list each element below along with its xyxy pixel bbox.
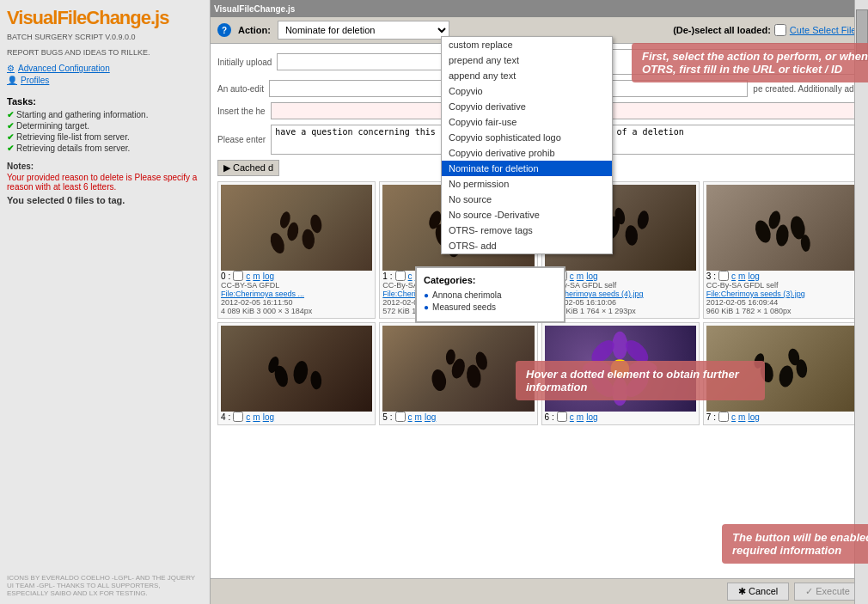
image-placeholder-0 <box>221 185 372 271</box>
image-m-link-3[interactable]: m <box>738 271 745 281</box>
svg-point-2 <box>301 229 315 250</box>
image-checkbox-5[interactable] <box>395 412 406 422</box>
logo-text: VisualFileChange.js <box>7 7 168 28</box>
auto-edit-suffix: pe created. Additionally add: <box>753 84 861 94</box>
image-log-link-3[interactable]: log <box>748 271 759 281</box>
image-c-link-4[interactable]: c <box>246 412 250 422</box>
image-log-link-5[interactable]: log <box>425 412 436 422</box>
sidebar-footer: Icons by Everaldo Coelho -LGPL- and the … <box>7 574 203 597</box>
svg-point-23 <box>309 370 321 390</box>
file-date-2: 2012-02-05 16:10:06 <box>545 298 696 307</box>
tooltip-hover: Hover a dotted element to obtain further… <box>516 361 765 400</box>
image-c-link-2[interactable]: c <box>570 271 574 281</box>
dropdown-item-append-text[interactable]: append any text <box>442 68 612 83</box>
image-log-link-2[interactable]: log <box>586 271 597 281</box>
image-cell-3: 3: c m log CC-By-SA GFDL self File:Cheri… <box>703 181 861 319</box>
sidebar-item-profiles[interactable]: Profiles <box>7 76 203 85</box>
image-checkbox-6[interactable] <box>557 412 567 422</box>
scrollbar[interactable] <box>854 0 868 604</box>
image-checkbox-4[interactable] <box>233 412 243 422</box>
image-controls-7: 7: c m log <box>706 412 858 422</box>
action-dropdown[interactable]: custom replace prepend any text append a… <box>441 36 613 254</box>
image-c-link-1[interactable]: c <box>408 271 413 281</box>
task-check-icon: ✔ <box>7 110 14 119</box>
categories-title: Categories: <box>424 275 557 285</box>
dropdown-item-copyvio-derivative[interactable]: Copyvio derivative <box>442 99 612 114</box>
cute-select-button[interactable]: Cute Select Files <box>790 25 861 35</box>
dropdown-item-copyvio-logo[interactable]: Copyvio sophisticated logo <box>442 130 612 145</box>
dropdown-item-no-permission[interactable]: No permission <box>442 176 612 192</box>
image-m-link-5[interactable]: m <box>415 412 422 422</box>
file-date-0: 2012-02-05 16:11:50 <box>221 298 372 307</box>
image-checkbox-1[interactable] <box>395 271 406 281</box>
sidebar-links: Advanced Configuration Profiles <box>7 64 203 88</box>
image-log-link-4[interactable]: log <box>263 412 274 422</box>
task-label: Determining target. <box>16 121 89 131</box>
script-name: Batch Surgery Script v.0.9.0.0 <box>7 33 203 41</box>
file-link-3[interactable]: File:Cherimoya seeds (3).jpg <box>706 290 858 298</box>
dropdown-item-otrs-remove[interactable]: OTRS- remove tags <box>442 223 612 238</box>
help-icon[interactable]: ? <box>217 23 231 37</box>
selected-count: You selected 0 files to tag. <box>7 195 203 205</box>
categories-popup: Categories: ● Annona cherimola ● Measure… <box>415 266 565 323</box>
image-controls-5: 5: c m log <box>382 412 534 422</box>
task-label: Retrieving file-list from server. <box>16 132 130 142</box>
dropdown-item-copyvio[interactable]: Copyvio <box>442 83 612 99</box>
dropdown-item-copyvio-deriv-prohib[interactable]: Copyvio derivative prohib <box>442 145 612 161</box>
image-cell-5: 5: c m log <box>379 322 537 425</box>
image-checkbox-7[interactable] <box>718 412 729 422</box>
upload-label: Initially upload <box>217 58 272 67</box>
dropdown-item-nominate-deletion[interactable]: Nominate for deletion <box>442 161 612 176</box>
file-link-0[interactable]: File:Cherimoya seeds ... <box>221 290 372 298</box>
seed-visual-3 <box>714 189 851 266</box>
deselect-label: (De-)select all loaded: <box>673 25 771 35</box>
file-link-2[interactable]: File:Cherimoya seeds (4).jpg <box>545 290 696 298</box>
svg-point-25 <box>431 369 448 393</box>
image-c-link-0[interactable]: c <box>246 271 250 281</box>
image-m-link-7[interactable]: m <box>738 412 745 422</box>
dropdown-item-copyvio-fairuse[interactable]: Copyvio fair-use <box>442 114 612 130</box>
image-m-link-2[interactable]: m <box>577 271 584 281</box>
image-controls-4: 4: c m log <box>221 412 372 422</box>
bullet-icon: ● <box>424 302 429 312</box>
task-item: ✔ Starting and gathering information. <box>7 110 203 119</box>
svg-point-22 <box>291 360 309 385</box>
image-c-link-6[interactable]: c <box>570 412 574 422</box>
image-placeholder-3 <box>706 185 858 271</box>
image-c-link-3[interactable]: c <box>731 271 736 281</box>
image-m-link-4[interactable]: m <box>253 412 260 422</box>
image-c-link-5[interactable]: c <box>408 412 413 422</box>
dropdown-item-prepend-text[interactable]: prepend any text <box>442 52 612 68</box>
svg-point-13 <box>625 225 639 247</box>
image-checkbox-0[interactable] <box>233 271 243 281</box>
dropdown-item-no-source-derivative[interactable]: No source -Derivative <box>442 207 612 223</box>
dropdown-item-otrs-add[interactable]: OTRS- add <box>442 238 612 253</box>
image-checkbox-3[interactable] <box>718 271 729 281</box>
image-placeholder-5 <box>382 326 534 412</box>
bottom-bar: ✱ Cancel ✓ Execute <box>211 578 868 604</box>
report-text: Report bugs and ideas to Rillke. <box>7 48 203 57</box>
image-log-link-7[interactable]: log <box>748 412 759 422</box>
image-m-link-6[interactable]: m <box>577 412 584 422</box>
sidebar-item-advanced-config[interactable]: Advanced Configuration <box>7 64 203 73</box>
notes-section: Notes: Your provided reason to delete is… <box>7 162 203 205</box>
action-select[interactable]: Nominate for deletion <box>278 21 449 40</box>
file-size-3: 960 KiB 1 782 × 1 080px <box>706 307 858 315</box>
image-log-link-6[interactable]: log <box>586 412 597 422</box>
image-placeholder-4 <box>221 326 372 412</box>
deselect-section: (De-)select all loaded: Cute Select File… <box>673 24 861 36</box>
cancel-button[interactable]: ✱ Cancel <box>727 583 789 601</box>
image-log-link-0[interactable]: log <box>263 271 274 281</box>
cached-bar[interactable]: ▶ Cached d <box>217 160 279 176</box>
execute-button[interactable]: ✓ Execute <box>794 583 861 601</box>
image-c-link-7[interactable]: c <box>731 412 736 422</box>
svg-point-14 <box>637 210 651 229</box>
svg-point-40 <box>778 364 795 387</box>
image-index-6: 6 <box>545 412 550 422</box>
dropdown-item-custom-replace[interactable]: custom replace <box>442 37 612 52</box>
dropdown-item-no-source[interactable]: No source <box>442 192 612 207</box>
category-label-1: Measured seeds <box>432 302 496 312</box>
deselect-checkbox[interactable] <box>774 24 786 36</box>
seed-visual-0 <box>229 189 365 266</box>
image-m-link-0[interactable]: m <box>253 271 260 281</box>
